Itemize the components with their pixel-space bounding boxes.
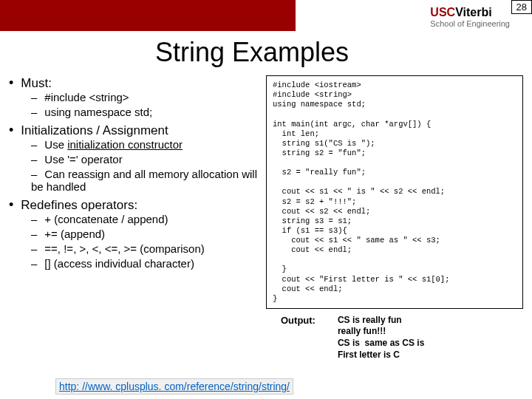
usc-logo: USCViterbi School of Engineering [430, 6, 510, 28]
code-box: #include <iostream> #include <string> us… [266, 75, 523, 309]
dash-include-text: #include <string> [44, 91, 129, 103]
footer-link[interactable]: http: //www. cplusplus. com/reference/st… [55, 378, 293, 395]
bullet-init-text: Initializations / Assignment [21, 123, 168, 137]
bullet-redefines-text: Redefines operators: [21, 198, 137, 212]
dash-constructor-a: Use [44, 138, 67, 151]
dash-compare-text: ==, !=, >, <, <=, >= (comparison) [44, 242, 204, 255]
logo-usc: USC [430, 6, 455, 18]
bullet-must-text: Must: [21, 76, 52, 90]
dash-reassign: Can reassign and all memory allocation w… [31, 168, 266, 193]
logo-viterbi: Viterbi [455, 6, 492, 18]
dash-brackets-text: [] (access individual character) [44, 257, 194, 270]
dash-include: #include <string> [31, 91, 266, 103]
dash-equals-text: Use '=' operator [44, 153, 122, 166]
bullet-redefines: Redefines operators: + (concatenate / ap… [9, 197, 266, 270]
output-text: CS is really fun really fun!!! CS is sam… [338, 315, 424, 361]
dash-plus: + (concatenate / append) [31, 213, 266, 225]
dash-pluseq-text: += (append) [44, 228, 105, 240]
left-column: Must: #include <string> using namespace … [9, 75, 266, 361]
bullet-must: Must: #include <string> using namespace … [9, 75, 266, 118]
header-band: 28 USCViterbi School of Engineering [0, 0, 532, 31]
dash-plus-text: + (concatenate / append) [44, 213, 168, 225]
page-number: 28 [511, 0, 532, 14]
dash-pluseq: += (append) [31, 228, 266, 240]
dash-reassign-text: Can reassign and all memory allocation w… [31, 168, 257, 193]
dash-namespace-text: using namespace std; [44, 106, 152, 118]
right-column: #include <iostream> #include <string> us… [266, 75, 523, 361]
logo-sub: School of Engineering [430, 19, 510, 28]
bullet-init: Initializations / Assignment Use initial… [9, 123, 266, 193]
dash-equals: Use '=' operator [31, 153, 266, 166]
dash-brackets: [] (access individual character) [31, 257, 266, 270]
dash-constructor-b: initialization constructor [67, 138, 183, 151]
red-bar [0, 0, 296, 31]
output-row: Output: CS is really fun really fun!!! C… [266, 315, 523, 361]
slide-title: String Examples [0, 31, 532, 75]
content-area: Must: #include <string> using namespace … [0, 75, 532, 361]
dash-constructor: Use initialization constructor [31, 138, 266, 151]
dash-namespace: using namespace std; [31, 106, 266, 118]
output-label: Output: [281, 315, 316, 361]
dash-compare: ==, !=, >, <, <=, >= (comparison) [31, 242, 266, 255]
